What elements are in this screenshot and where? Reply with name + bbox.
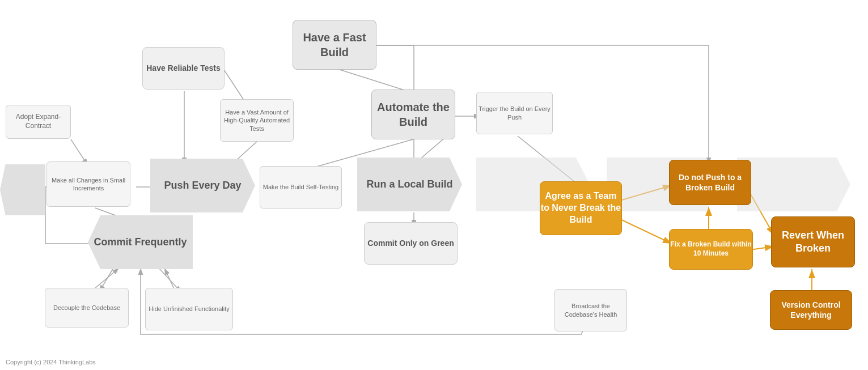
version-control: Version Control Everything <box>770 290 852 330</box>
push-every-day: Push Every Day <box>150 159 255 212</box>
decouple-codebase: Decouple the Codebase <box>45 288 129 328</box>
do-not-push: Do not Push to a Broken Build <box>669 160 751 205</box>
middle-chevron-3 <box>737 158 850 211</box>
have-reliable-tests: Have Reliable Tests <box>142 47 225 90</box>
revert-when-broken: Revert When Broken <box>771 216 855 267</box>
make-changes-small: Make all Changes in Small Increments <box>46 161 130 207</box>
have-vast-amount: Have a Vast Amount of High-Quality Autom… <box>220 99 294 142</box>
diagram-container: Adopt Expand-Contract Have Reliable Test… <box>0 0 868 351</box>
broadcast-health: Broadcast the Codebase's Health <box>554 289 627 331</box>
have-fast-build: Have a Fast Build <box>293 20 376 70</box>
commit-frequently: Commit Frequently <box>88 215 193 269</box>
adopt-expand-contract: Adopt Expand-Contract <box>6 105 71 139</box>
automate-build: Automate the Build <box>371 90 455 139</box>
commit-only-on-green: Commit Only on Green <box>364 222 458 265</box>
left-chevron-1 <box>0 164 45 215</box>
svg-line-18 <box>618 218 672 244</box>
trigger-build: Trigger the Build on Every Push <box>476 92 553 134</box>
make-build-self-testing: Make the Build Self-Testing <box>260 166 342 209</box>
copyright: Copyright (c) 2024 ThinkingLabs <box>6 359 96 365</box>
fix-broken-build: Fix a Broken Build within 10 Minutes <box>669 229 753 270</box>
agree-as-team: Agree as a Team to Never Break the Build <box>540 181 622 235</box>
run-local-build: Run a Local Build <box>357 158 462 211</box>
hide-unfinished: Hide Unfinished Functionality <box>145 288 233 330</box>
